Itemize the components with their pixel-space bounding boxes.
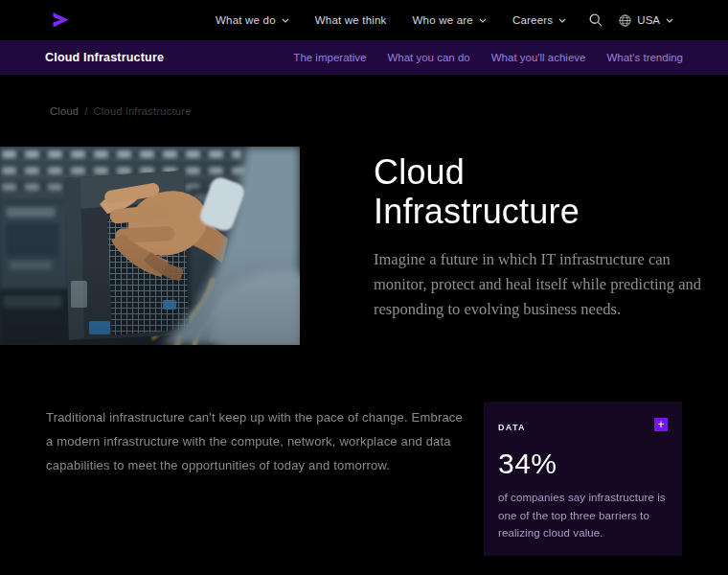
data-card-header: DATA +: [498, 414, 668, 432]
subnav-title[interactable]: Cloud Infrastructure: [45, 51, 164, 64]
intro-paragraph: Traditional infrastructure can't keep up…: [46, 405, 464, 477]
chevron-down-icon: [558, 18, 566, 23]
globe-icon: [619, 14, 631, 27]
nav-item-label: What we do: [216, 14, 276, 26]
data-stat-card: DATA + 34% of companies say infrastructu…: [484, 402, 682, 556]
breadcrumb: Cloud / Cloud infrastructure: [50, 105, 728, 117]
top-navigation-bar: What we do What we think Who we are Care…: [0, 0, 728, 40]
search-icon[interactable]: [589, 13, 603, 27]
hero-lede: Imagine a future in which IT infrastruct…: [374, 247, 717, 322]
chevron-down-icon: [479, 18, 487, 23]
greater-than-icon: [53, 12, 70, 28]
chevron-down-icon: [666, 18, 673, 23]
nav-item-who-we-are[interactable]: Who we are: [413, 14, 487, 26]
plus-icon: +: [657, 418, 664, 431]
header-utilities: USA: [589, 13, 673, 27]
nav-item-label: What we think: [315, 14, 387, 26]
expand-card-button[interactable]: +: [654, 418, 668, 431]
hero-section: Cloud Infrastructure Imagine a future in…: [0, 147, 728, 345]
chevron-down-icon: [282, 18, 289, 23]
imperative-section: Traditional infrastructure can't keep up…: [0, 402, 728, 556]
locale-selector[interactable]: USA: [619, 14, 673, 27]
page-title: Cloud Infrastructure: [374, 152, 651, 231]
subnav-link-what-youll-achieve[interactable]: What you'll achieve: [491, 52, 586, 63]
subnav-link-what-you-can-do[interactable]: What you can do: [387, 52, 469, 63]
nav-item-careers[interactable]: Careers: [512, 14, 566, 26]
nav-item-label: Who we are: [413, 14, 473, 26]
section-navigation-bar: Cloud Infrastructure The imperative What…: [0, 40, 728, 75]
main-nav: What we do What we think Who we are Care…: [216, 14, 566, 26]
nav-item-what-we-do[interactable]: What we do: [216, 14, 289, 26]
subnav-links: The imperative What you can do What you'…: [293, 52, 683, 63]
locale-label: USA: [637, 14, 660, 26]
breadcrumb-link-cloud[interactable]: Cloud: [50, 105, 79, 117]
hero-image: [0, 147, 300, 345]
subnav-link-whats-trending[interactable]: What's trending: [606, 52, 683, 63]
stat-value: 34%: [498, 448, 668, 480]
breadcrumb-separator: /: [84, 105, 87, 117]
nav-item-label: Careers: [512, 14, 553, 26]
page: What we do What we think Who we are Care…: [0, 0, 728, 575]
stat-description: of companies say infrastructure is one o…: [498, 489, 668, 542]
breadcrumb-current: Cloud infrastructure: [94, 105, 192, 117]
data-card-label: DATA: [498, 423, 526, 432]
nav-item-what-we-think[interactable]: What we think: [315, 14, 387, 26]
hero-text: Cloud Infrastructure Imagine a future in…: [374, 147, 717, 345]
subnav-link-the-imperative[interactable]: The imperative: [293, 52, 366, 63]
accenture-logo-icon[interactable]: [53, 12, 70, 28]
